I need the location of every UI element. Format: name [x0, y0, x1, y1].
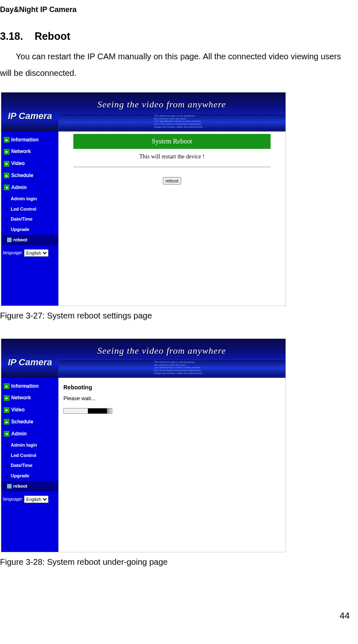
sidebar-sub-label: Led Control: [11, 451, 36, 460]
rebooting-heading: Rebooting: [63, 382, 283, 393]
arrow-right-icon: ▸: [4, 137, 10, 143]
content-panel: Rebooting Please wait...: [58, 378, 285, 552]
sidebar-item-reboot[interactable]: reboot: [1, 235, 58, 245]
sidebar-label: Information: [11, 382, 39, 391]
sidebar: ▸Information ▸Network ▸Video ▸Schedule ▾…: [1, 378, 58, 552]
panel-subtitle: This will restart the device !: [73, 149, 271, 165]
arrow-right-icon: ▸: [4, 383, 10, 389]
active-item-icon: [7, 238, 12, 242]
sidebar-sub-label: Admin login: [11, 441, 37, 450]
figure-caption-1: Figure 3-27: System reboot settings page: [0, 308, 354, 323]
figure-3-28: Seeing the video from anywhere The camer…: [1, 338, 286, 552]
divider: [73, 167, 271, 168]
section-body-text: You can restart the IP CAM manually on t…: [0, 48, 354, 81]
document-header: Day&Night IP Camera: [0, 2, 354, 17]
sidebar-item-admin[interactable]: ▾Admin: [1, 182, 58, 194]
sidebar-label: Admin: [11, 429, 27, 439]
section-title: Reboot: [34, 30, 70, 42]
banner-fine-print: The camera is easy to use anywhere,the s…: [59, 114, 285, 129]
language-label: language:: [3, 248, 23, 257]
arrow-right-icon: ▸: [4, 395, 10, 401]
sidebar-sub-label: Upgrade: [11, 471, 29, 480]
sidebar-sub-label: Date/Time: [11, 461, 32, 470]
language-select[interactable]: English: [24, 496, 48, 503]
arrow-right-icon: ▸: [4, 161, 10, 167]
arrow-right-icon: ▸: [4, 407, 10, 413]
language-row: language: English: [1, 248, 58, 258]
sidebar-sub-label: Upgrade: [11, 225, 29, 234]
banner-fine-print: The camera is easy to use anywhere,the s…: [59, 360, 285, 375]
page-number: 44: [0, 607, 354, 625]
sidebar-label: Network: [11, 147, 31, 156]
banner: Seeing the video from anywhere The camer…: [1, 92, 285, 131]
sidebar-sub-label: reboot: [13, 482, 27, 491]
arrow-right-icon: ▸: [4, 419, 10, 425]
sidebar-item-information[interactable]: ▸Information: [1, 134, 58, 146]
sidebar-item-admin[interactable]: ▾Admin: [1, 428, 58, 440]
active-item-icon: [7, 484, 12, 488]
banner-tagline: Seeing the video from anywhere: [97, 96, 226, 113]
bullet-icon: ▸: [7, 205, 9, 213]
panel-title: System Reboot: [73, 134, 271, 149]
ip-camera-logo: IP Camera: [8, 354, 52, 371]
sidebar-item-date-time[interactable]: ▸Date/Time: [1, 460, 58, 471]
sidebar-item-reboot[interactable]: reboot: [1, 481, 58, 491]
sidebar-label: Information: [11, 135, 39, 145]
sidebar: ▸Information ▸Network ▸Video ▸Schedule ▾…: [1, 131, 58, 306]
sidebar-sub-label: Admin login: [11, 194, 37, 203]
sidebar-item-network[interactable]: ▸Network: [1, 146, 58, 158]
sidebar-item-schedule[interactable]: ▸Schedule: [1, 416, 58, 428]
sidebar-label: Video: [11, 159, 24, 168]
sidebar-item-network[interactable]: ▸Network: [1, 392, 58, 404]
arrow-right-icon: ▸: [4, 149, 10, 155]
language-select[interactable]: English: [24, 249, 48, 257]
arrow-down-icon: ▾: [4, 431, 10, 437]
arrow-right-icon: ▸: [4, 173, 10, 178]
sub-banner: The camera is easy to use anywhere,the s…: [58, 360, 285, 377]
banner-tagline: Seeing the video from anywhere: [97, 342, 226, 360]
bullet-icon: ▸: [7, 226, 9, 233]
bullet-icon: ▸: [7, 472, 9, 480]
content-panel: System Reboot This will restart the devi…: [58, 131, 285, 306]
bullet-icon: ▸: [7, 195, 9, 203]
sidebar-item-date-time[interactable]: ▸Date/Time: [1, 214, 58, 224]
sidebar-item-upgrade[interactable]: ▸Upgrade: [1, 471, 58, 481]
language-row: language: English: [1, 494, 58, 504]
sidebar-item-upgrade[interactable]: ▸Upgrade: [1, 224, 58, 235]
sidebar-item-led-control[interactable]: ▸Led Control: [1, 204, 58, 214]
bullet-icon: ▸: [7, 462, 9, 469]
figure-caption-2: Figure 3-28: System reboot under-going p…: [0, 554, 354, 570]
ip-camera-logo: IP Camera: [8, 107, 52, 125]
sidebar-item-admin-login[interactable]: ▸Admin login: [1, 194, 58, 204]
sidebar-sub-label: Led Control: [11, 205, 36, 214]
sidebar-label: Schedule: [11, 171, 33, 180]
section-number: 3.18.: [0, 30, 23, 42]
progress-bar: [63, 408, 112, 414]
sidebar-item-admin-login[interactable]: ▸Admin login: [1, 440, 58, 450]
sub-banner: The camera is easy to use anywhere,the s…: [58, 113, 285, 131]
please-wait-text: Please wait...: [63, 394, 283, 404]
language-label: language:: [3, 495, 23, 503]
sidebar-item-led-control[interactable]: ▸Led Control: [1, 450, 58, 461]
bullet-icon: ▸: [7, 215, 9, 223]
sidebar-label: Admin: [11, 183, 27, 192]
figure-3-27: Seeing the video from anywhere The camer…: [1, 92, 286, 306]
sidebar-item-schedule[interactable]: ▸Schedule: [1, 170, 58, 182]
sidebar-label: Network: [11, 393, 31, 403]
reboot-button[interactable]: reboot: [163, 177, 181, 185]
bullet-icon: ▸: [7, 441, 9, 449]
arrow-down-icon: ▾: [4, 185, 10, 190]
sidebar-sub-label: reboot: [13, 236, 27, 244]
sidebar-sub-label: Date/Time: [11, 215, 32, 224]
bullet-icon: ▸: [7, 452, 9, 459]
sidebar-label: Schedule: [11, 417, 33, 427]
sidebar-item-video[interactable]: ▸Video: [1, 158, 58, 170]
section-heading: 3.18. Reboot: [0, 27, 354, 46]
sidebar-label: Video: [11, 405, 24, 415]
sidebar-item-video[interactable]: ▸Video: [1, 404, 58, 416]
banner: Seeing the video from anywhere The camer…: [1, 339, 285, 378]
sidebar-item-information[interactable]: ▸Information: [1, 380, 58, 392]
